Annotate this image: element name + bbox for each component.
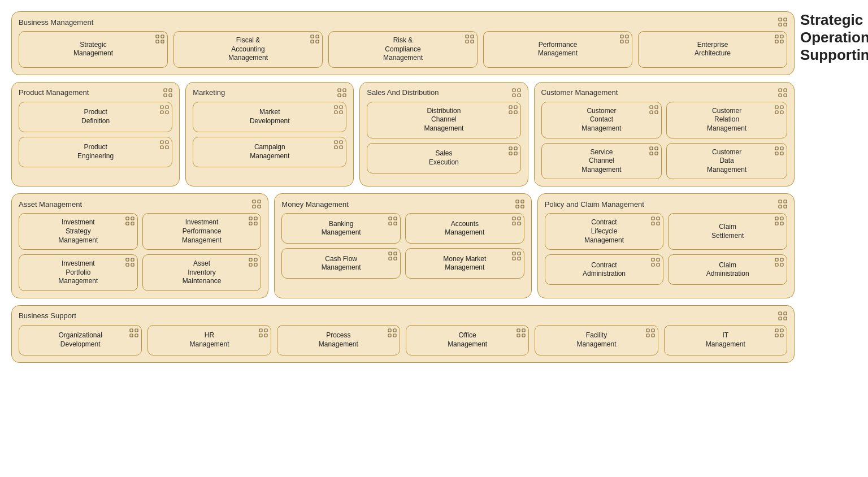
item-product-engineering[interactable]: ProductEngineering [19,137,172,167]
item-organizational-development[interactable]: OrganizationalDevelopment [19,325,142,355]
svg-rect-98 [249,263,252,266]
grid-icon [512,88,521,97]
item-contract-lifecycle[interactable]: ContractLifecycleManagement [545,213,664,250]
svg-rect-36 [338,89,341,92]
svg-rect-13 [471,35,474,38]
item-performance-management[interactable]: PerformanceManagement [483,31,632,68]
item-label: ITManagement [706,331,745,349]
svg-rect-5 [161,35,164,38]
strategic-label-spacer: Strategic [800,11,857,29]
svg-rect-80 [253,200,255,203]
item-customer-contact[interactable]: CustomerContactManagement [541,102,662,138]
item-enterprise-architecture[interactable]: EnterpriseArchitecture [638,31,787,68]
svg-rect-163 [652,334,654,337]
svg-rect-1 [784,18,787,21]
svg-rect-11 [316,40,319,43]
svg-rect-25 [169,89,172,92]
item-label: SalesExecution [429,149,459,167]
item-customer-data[interactable]: CustomerDataManagement [666,143,787,180]
operational-row-bottom: Asset Management InvestmentStrategyManag… [11,193,795,298]
item-fiscal-accounting[interactable]: Fiscal &AccountingManagement [173,31,323,68]
item-label: CustomerContactManagement [581,107,621,133]
item-label: InvestmentStrategyManagement [58,218,98,245]
svg-rect-162 [646,334,649,337]
item-investment-portfolio[interactable]: InvestmentPortfolioManagement [19,254,138,291]
item-label: Cash FlowManagement [322,255,361,272]
svg-rect-156 [517,329,520,332]
item-accounts-management[interactable]: AccountsManagement [405,213,524,244]
svg-rect-41 [340,106,342,109]
item-investment-performance[interactable]: InvestmentPerformanceManagement [142,213,262,250]
sales-distribution-title: Sales And Distribution [367,88,520,97]
svg-rect-151 [264,334,267,337]
svg-rect-58 [509,152,512,155]
svg-rect-72 [650,147,653,150]
sales-distribution-label: Sales And Distribution [367,88,439,97]
svg-rect-125 [657,217,659,220]
customer-items: CustomerContactManagement CustomerRelati… [541,102,787,180]
product-management-title: Product Management [19,88,172,97]
svg-rect-50 [513,94,515,97]
item-service-channel[interactable]: ServiceChannelManagement [541,143,662,180]
svg-rect-133 [657,258,659,261]
item-money-market[interactable]: Money MarketManagement [405,248,524,279]
item-label: StrategicManagement [73,41,113,58]
item-investment-strategy[interactable]: InvestmentStrategyManagement [19,213,138,250]
customer-management-title: Customer Management [541,88,787,97]
item-customer-relation[interactable]: CustomerRelationManagement [666,102,787,138]
item-claim-settlement[interactable]: ClaimSettlement [668,213,787,250]
svg-rect-54 [509,111,512,114]
item-icon [509,146,518,155]
svg-rect-165 [780,329,783,332]
svg-rect-75 [655,152,658,155]
svg-rect-120 [779,200,782,203]
item-label: MarketDevelopment [250,108,290,125]
item-distribution-channel[interactable]: DistributionChannelManagement [367,102,520,138]
item-icon [509,105,518,114]
svg-rect-110 [513,222,515,225]
item-asset-inventory[interactable]: AssetInventoryMaintenance [142,254,262,291]
item-contract-administration[interactable]: ContractAdministration [545,254,664,285]
svg-rect-7 [161,40,164,43]
svg-rect-67 [655,111,658,114]
item-icon [334,105,343,114]
item-icon [388,328,397,337]
item-risk-compliance[interactable]: Risk &ComplianceManagement [328,31,478,68]
svg-rect-145 [135,329,138,332]
svg-rect-16 [620,35,623,38]
grid-icon [337,88,346,97]
support-items-row: OrganizationalDevelopment HRManagement P… [19,325,787,355]
item-label: OfficeManagement [448,331,487,349]
item-product-definition[interactable]: ProductDefinition [19,102,172,132]
item-label: AccountsManagement [445,220,484,237]
money-management-label: Money Management [281,200,349,209]
svg-rect-32 [160,141,163,144]
strategic-label: Strategic [800,11,863,29]
item-office-management[interactable]: OfficeManagement [406,325,529,355]
customer-management-label: Customer Management [541,88,618,97]
item-sales-execution[interactable]: SalesExecution [367,143,520,174]
svg-rect-69 [780,106,783,109]
item-campaign-management[interactable]: CampaignManagement [193,137,346,167]
policy-claim-title: Policy and Claim Management [545,200,787,209]
item-claim-administration[interactable]: ClaimAdministration [668,254,787,285]
svg-rect-18 [620,40,623,43]
svg-rect-22 [775,40,778,43]
item-facility-management[interactable]: FacilityManagement [535,325,658,355]
item-label: InvestmentPerformanceManagement [182,218,222,245]
business-support-label: Business Support [19,311,76,320]
item-process-management[interactable]: ProcessManagement [277,325,400,355]
item-it-management[interactable]: ITManagement [664,325,787,355]
item-banking-management[interactable]: BankingManagement [281,213,401,244]
svg-rect-105 [394,217,397,220]
svg-rect-43 [340,111,342,114]
item-hr-management[interactable]: HRManagement [147,325,271,355]
item-strategic-management[interactable]: StrategicManagement [19,31,168,68]
item-label: AssetInventoryMaintenance [183,259,222,286]
svg-rect-47 [340,146,342,149]
item-label: CustomerRelationManagement [707,107,747,133]
item-market-development[interactable]: MarketDevelopment [193,102,346,132]
svg-rect-55 [514,111,517,114]
item-cash-flow[interactable]: Cash FlowManagement [281,248,401,279]
svg-rect-28 [160,106,163,109]
